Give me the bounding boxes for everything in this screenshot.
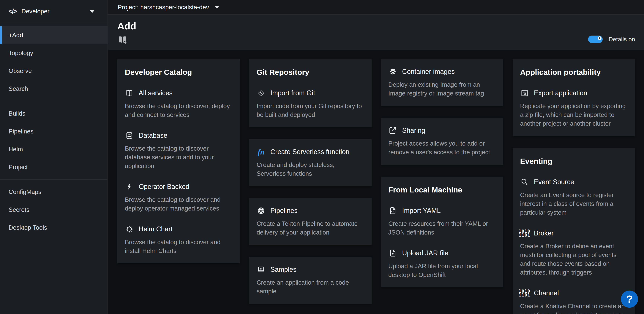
sidebar-item-secrets[interactable]: Secrets	[0, 201, 108, 219]
card-application-portability: Application portability Export applicati…	[513, 59, 635, 136]
cards-column-4: Application portability Export applicati…	[513, 59, 635, 314]
share-icon	[388, 126, 397, 135]
sidebar-item-search[interactable]: Search	[0, 80, 108, 98]
sidebar-item-observe[interactable]: Observe	[0, 62, 108, 80]
sidebar-item-project[interactable]: Project	[0, 158, 108, 176]
add-option-database[interactable]: Database Browse the catalog to discover …	[125, 131, 232, 170]
add-option-export-application[interactable]: Export application Replicate your applic…	[520, 89, 628, 128]
card-sharing: Sharing Project access allows you to add…	[381, 118, 503, 165]
page-header: Add Details on	[108, 14, 644, 50]
add-option-all-services[interactable]: All services Browse the catalog to disco…	[125, 89, 232, 119]
sidebar-item-add[interactable]: +Add	[0, 26, 108, 44]
card-git-repository: Git Repository Import	[249, 59, 372, 127]
serverless-fn-icon: fn	[256, 147, 266, 156]
cards-column-1: Developer Catalog All services Bro	[118, 59, 240, 314]
card-eventing: Eventing Event Source	[513, 148, 635, 314]
card-serverless-function: fn Create Serverless function Create and…	[249, 139, 372, 186]
sidebar-item-pipelines[interactable]: Pipelines	[0, 122, 108, 140]
book-icon	[125, 89, 134, 97]
card-from-local-machine: From Local Machine Import YAML	[381, 177, 503, 287]
laptop-code-icon	[256, 265, 266, 274]
add-option-helm-chart[interactable]: Helm Chart Browse the catalog to discove…	[125, 225, 232, 255]
details-toggle-label: Details on	[608, 36, 635, 43]
add-option-broker[interactable]: 10101101 Broker Create a Broker to defin…	[520, 229, 628, 277]
sidebar-item-helm[interactable]: Helm	[0, 140, 108, 158]
details-toggle-group: Details on	[588, 35, 635, 43]
event-source-icon	[520, 178, 529, 187]
card-samples: Samples Create an application from a cod…	[249, 257, 372, 304]
add-option-import-from-git[interactable]: Import from Git Import code from your Gi…	[256, 89, 364, 119]
main-area: Project: harshcasper-localsta-dev Add	[108, 0, 644, 314]
cards-column-3: Container images Deploy an existing Imag…	[381, 59, 503, 314]
switch-knob	[598, 36, 602, 40]
layers-icon	[388, 67, 397, 76]
cards-column-2: Git Repository Import	[249, 59, 372, 314]
sidebar-item-configmaps[interactable]: ConfigMaps	[0, 183, 108, 201]
tekton-pipeline-icon	[256, 206, 266, 215]
add-option-event-source[interactable]: Event Source Create an Event source to r…	[520, 178, 628, 217]
card-title: Application portability	[520, 68, 628, 77]
channel-binary-icon: 10101101	[520, 289, 529, 298]
help-button[interactable]: ?	[621, 291, 638, 308]
git-icon	[256, 89, 266, 97]
card-title: Git Repository	[256, 68, 364, 77]
quickstarts-book-plus-icon[interactable]	[118, 35, 128, 45]
card-title: From Local Machine	[388, 186, 496, 194]
sidebar: </> Developer +Add Topology Observe Sear…	[0, 0, 108, 314]
add-option-channel[interactable]: 10101101 Channel Create a Knative Channe…	[520, 289, 628, 314]
sidebar-item-desktop-tools[interactable]: Desktop Tools	[0, 219, 108, 237]
page-header-left: Add	[118, 21, 136, 45]
card-title: Eventing	[520, 157, 628, 166]
perspective-label: Developer	[22, 8, 50, 15]
helm-wheel-icon	[125, 225, 134, 234]
add-cards-grid: Developer Catalog All services Bro	[108, 50, 644, 314]
add-option-import-yaml[interactable]: Import YAML Create resources from their …	[388, 206, 496, 237]
page-title: Add	[118, 21, 136, 31]
card-title: Developer Catalog	[125, 68, 232, 77]
bolt-icon	[125, 182, 134, 191]
export-icon	[520, 89, 529, 97]
card-developer-catalog: Developer Catalog All services Bro	[118, 59, 240, 263]
context-selector-bar: Project: harshcasper-localsta-dev	[108, 0, 644, 14]
chevron-down-icon	[90, 10, 95, 13]
add-option-container-images[interactable]: Container images Deploy an existing Imag…	[388, 67, 496, 98]
sidebar-item-topology[interactable]: Topology	[0, 44, 108, 62]
project-selector-label: Project: harshcasper-localsta-dev	[118, 4, 209, 11]
nav-divider	[0, 179, 108, 180]
sidebar-nav: +Add Topology Observe Search Builds Pipe…	[0, 23, 108, 237]
upload-file-icon	[388, 249, 397, 258]
add-option-create-serverless-function[interactable]: fn Create Serverless function Create and…	[256, 147, 364, 178]
add-option-samples[interactable]: Samples Create an application from a cod…	[256, 265, 364, 296]
sidebar-item-builds[interactable]: Builds	[0, 105, 108, 122]
database-icon	[125, 131, 134, 140]
card-pipelines: Pipelines Create a Tekton Pipeline to au…	[249, 198, 372, 245]
card-container-images: Container images Deploy an existing Imag…	[381, 59, 503, 106]
chevron-down-icon	[215, 6, 219, 8]
code-icon: </>	[8, 7, 16, 15]
add-option-pipelines[interactable]: Pipelines Create a Tekton Pipeline to au…	[256, 206, 364, 237]
broker-binary-icon: 10101101	[520, 229, 529, 238]
yaml-file-icon	[388, 206, 397, 215]
openshift-developer-console: </> Developer +Add Topology Observe Sear…	[0, 0, 644, 314]
add-option-operator-backed[interactable]: Operator Backed Browse the catalog to di…	[125, 182, 232, 213]
perspective-switcher[interactable]: </> Developer	[0, 0, 108, 23]
add-option-sharing[interactable]: Sharing Project access allows you to add…	[388, 126, 496, 157]
details-switch[interactable]	[588, 35, 603, 43]
project-selector[interactable]: Project: harshcasper-localsta-dev	[118, 4, 219, 11]
add-option-upload-jar-file[interactable]: Upload JAR file Upload a JAR file from y…	[388, 249, 496, 279]
